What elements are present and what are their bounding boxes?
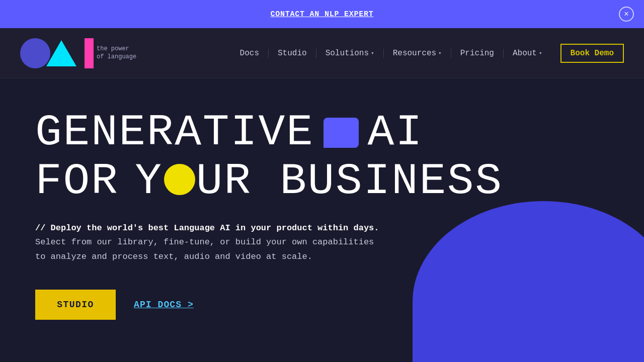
banner-link[interactable]: CONTACT AN NLP EXPERT [271, 10, 374, 19]
nav-resources-label: Resources [393, 49, 436, 58]
nav-studio[interactable]: Studio [269, 49, 316, 58]
api-docs-link[interactable]: API DOCS > [134, 300, 194, 310]
logo-triangle [46, 40, 76, 66]
logo-area: the power of language [20, 28, 121, 78]
yellow-dot-icon [164, 164, 195, 195]
hero-for-text: FOR [35, 157, 119, 206]
book-demo-button[interactable]: Book Demo [560, 44, 624, 63]
logo-shapes: the power of language [20, 28, 98, 78]
chat-bubble-icon [324, 118, 359, 148]
logo-bar [85, 38, 94, 68]
hero-line1: GENERATIVE AI [35, 109, 609, 157]
nav-solutions[interactable]: Solutions ▾ [316, 49, 384, 58]
decorative-semicircle [413, 201, 644, 362]
logo-tagline: the power of language [97, 45, 136, 62]
hero-y-text: Y [135, 157, 163, 206]
header: the power of language Docs Studio Soluti… [0, 28, 644, 78]
logo-circle [20, 38, 50, 68]
studio-button[interactable]: STUDIO [35, 290, 116, 320]
hero-ai-text: AI [368, 109, 424, 157]
about-chevron-icon: ▾ [539, 50, 542, 56]
solutions-chevron-icon: ▾ [371, 50, 374, 56]
nav-solutions-label: Solutions [326, 49, 369, 58]
hero-ur-business-text: UR BUSINESS [196, 157, 503, 206]
tagline-line2: of language [97, 54, 136, 61]
main-nav: Docs Studio Solutions ▾ Resources ▾ Pric… [231, 44, 624, 63]
hero-heading: GENERATIVE AI FOR Y UR BUSINESS [35, 109, 609, 206]
nav-about[interactable]: About ▾ [504, 49, 551, 58]
tagline-line1: the power [97, 45, 129, 52]
banner-close-button[interactable]: × [619, 7, 634, 22]
nav-pricing[interactable]: Pricing [451, 49, 504, 58]
chat-bubble-shape [324, 118, 359, 148]
resources-chevron-icon: ▾ [438, 50, 442, 56]
hero-line2: FOR Y UR BUSINESS [35, 157, 609, 206]
top-banner: CONTACT AN NLP EXPERT × [0, 0, 644, 28]
nav-docs[interactable]: Docs [231, 49, 269, 58]
hero-section: GENERATIVE AI FOR Y UR BUSINESS // Deplo… [0, 78, 644, 362]
nav-about-label: About [513, 49, 537, 58]
hero-subtitle-bold: // Deploy the world's best Language AI i… [35, 223, 379, 233]
hero-generative-text: GENERATIVE [35, 109, 314, 157]
hero-subtitle: // Deploy the world's best Language AI i… [35, 221, 408, 265]
nav-resources[interactable]: Resources ▾ [384, 49, 451, 58]
hero-subtitle-normal: Select from our library, fine-tune, or b… [35, 237, 374, 261]
